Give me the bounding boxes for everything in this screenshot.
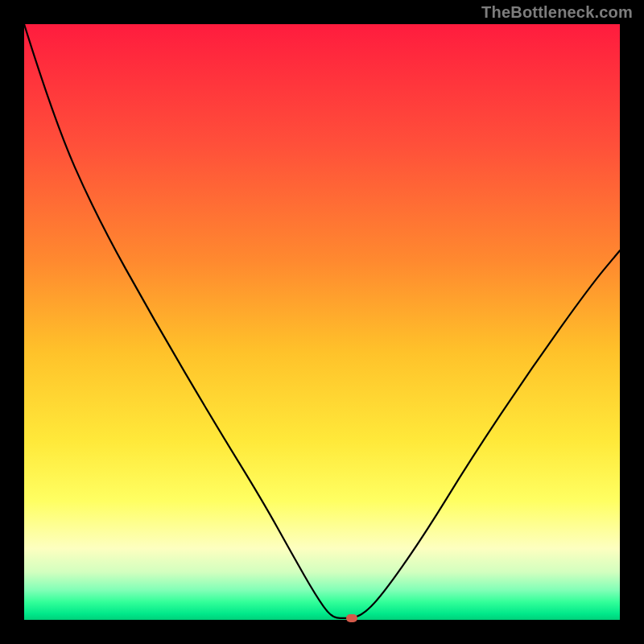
plot-area	[24, 24, 620, 620]
bottleneck-curve	[24, 24, 620, 618]
chart-stage: TheBottleneck.com	[0, 0, 644, 644]
curve-svg	[24, 24, 620, 620]
attribution-label: TheBottleneck.com	[481, 3, 633, 22]
min-marker	[346, 614, 357, 622]
